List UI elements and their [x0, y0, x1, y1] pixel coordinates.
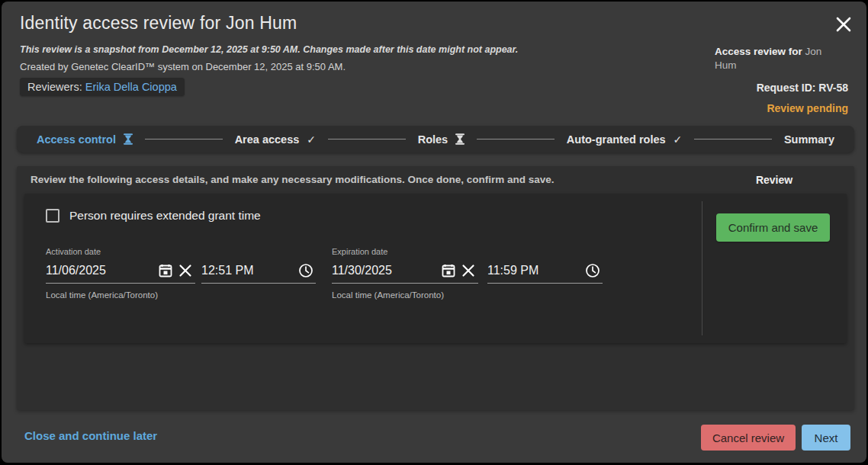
access-review-for-label: Access review for	[715, 46, 802, 57]
request-id: Request ID: RV-58	[757, 82, 848, 94]
confirm-and-save-button[interactable]: Confirm and save	[716, 213, 830, 242]
identity-access-review-dialog: Identity access review for Jon Hum This …	[2, 2, 866, 463]
expiration-time-value[interactable]: 11:59 PM	[487, 264, 583, 277]
clear-date-icon[interactable]	[458, 261, 478, 281]
step-connector	[477, 139, 555, 140]
step-auto-granted-roles[interactable]: Auto-granted roles ✓	[567, 133, 682, 146]
expiration-time-input[interactable]: 11:59 PM	[487, 258, 603, 284]
review-column-divider	[702, 201, 702, 335]
step-label: Access control	[37, 133, 116, 146]
access-details-card: Person requires extended grant time Acti…	[24, 194, 847, 343]
step-label: Summary	[784, 133, 834, 146]
check-icon: ✓	[307, 133, 316, 146]
review-column-header: Review	[728, 174, 820, 186]
cancel-review-button[interactable]: Cancel review	[701, 425, 796, 451]
step-connector	[328, 139, 406, 140]
access-review-for: Access review for Jon Hum	[715, 45, 828, 72]
reviewers-label: Reviewers:	[27, 81, 82, 93]
extended-grant-checkbox-row[interactable]: Person requires extended grant time	[46, 209, 261, 223]
expiration-time-field: 11:59 PM	[487, 247, 603, 284]
extended-grant-label: Person requires extended grant time	[69, 209, 261, 223]
wizard-stepper: Access control Area access ✓ Roles Auto-…	[17, 126, 854, 152]
expiration-date-label: Expiration date	[332, 247, 478, 258]
expiration-date-input[interactable]: 11/30/2025	[332, 258, 478, 284]
check-icon: ✓	[674, 133, 683, 146]
next-button[interactable]: Next	[802, 425, 850, 451]
activation-date-field: Activation date 11/06/2025 Local time (A…	[46, 247, 195, 300]
step-summary[interactable]: Summary	[784, 133, 834, 146]
step-area-access[interactable]: Area access ✓	[235, 133, 316, 146]
clock-icon[interactable]	[296, 261, 316, 281]
page-title: Identity access review for Jon Hum	[20, 13, 297, 34]
clear-date-icon[interactable]	[175, 261, 195, 281]
clock-icon[interactable]	[583, 261, 603, 281]
activation-date-label: Activation date	[46, 247, 195, 258]
activation-timezone-note: Local time (America/Toronto)	[46, 290, 195, 300]
activation-date-input[interactable]: 11/06/2025	[46, 258, 195, 284]
step-connector	[694, 139, 772, 140]
close-button[interactable]	[831, 12, 856, 37]
activation-time-field: 12:51 PM	[201, 247, 316, 284]
reviewers-chip: Reviewers: Erika Della Cioppa	[20, 78, 185, 96]
calendar-icon[interactable]	[156, 261, 175, 281]
step-label: Area access	[235, 133, 300, 146]
step-roles[interactable]: Roles	[418, 133, 465, 146]
hourglass-icon	[455, 133, 465, 145]
reviewer-link[interactable]: Erika Della Cioppa	[85, 81, 177, 93]
hourglass-icon	[124, 133, 133, 145]
review-panel: Review the following access details, and…	[17, 166, 854, 410]
expiration-date-field: Expiration date 11/30/2025 Local time (A…	[332, 247, 478, 300]
activation-date-value[interactable]: 11/06/2025	[46, 264, 156, 277]
snapshot-note: This review is a snapshot from December …	[20, 44, 518, 55]
calendar-icon[interactable]	[439, 261, 458, 281]
step-label: Roles	[418, 133, 448, 146]
step-label: Auto-granted roles	[567, 133, 666, 146]
status-badge: Review pending	[767, 102, 848, 114]
expiration-date-value[interactable]: 11/30/2025	[332, 264, 439, 277]
close-and-continue-link[interactable]: Close and continue later	[24, 429, 157, 442]
step-access-control[interactable]: Access control	[37, 133, 133, 146]
expiration-timezone-note: Local time (America/Toronto)	[332, 290, 478, 300]
instruction-text: Review the following access details, and…	[31, 174, 555, 185]
extended-grant-checkbox[interactable]	[46, 209, 59, 223]
step-connector	[145, 139, 223, 140]
created-line: Created by Genetec ClearID™ system on De…	[20, 61, 346, 72]
activation-time-value[interactable]: 12:51 PM	[201, 264, 296, 277]
close-icon	[834, 14, 854, 34]
activation-time-input[interactable]: 12:51 PM	[201, 258, 316, 284]
